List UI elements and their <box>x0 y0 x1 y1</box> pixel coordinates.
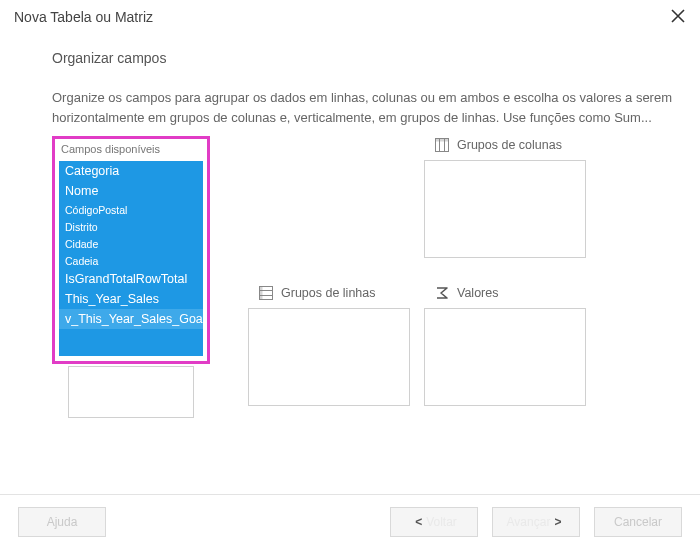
titlebar: Nova Tabela ou Matriz <box>0 0 700 30</box>
help-button-label: Ajuda <box>47 515 78 529</box>
next-button[interactable]: Avançar > <box>492 507 580 537</box>
nav-button-group: < Voltar Avançar > Cancelar <box>390 507 682 537</box>
chevron-right-icon: > <box>550 515 565 529</box>
values-text: Valores <box>457 286 498 300</box>
field-item[interactable]: IsGrandTotalRowTotal <box>59 269 203 289</box>
page-description: Organize os campos para agrupar os dados… <box>52 88 682 128</box>
field-item[interactable]: Cadeia <box>59 252 203 269</box>
values-dropzone[interactable] <box>424 308 586 406</box>
available-fields-panel: Campos disponíveis Categoria Nome Código… <box>52 136 210 364</box>
new-table-or-matrix-dialog: Nova Tabela ou Matriz Organizar campos O… <box>0 0 700 549</box>
field-item[interactable]: CódigoPostal <box>59 201 203 218</box>
sigma-icon <box>435 286 449 300</box>
values-label: Valores <box>435 286 498 300</box>
staging-box[interactable] <box>68 366 194 418</box>
field-item[interactable]: This_Year_Sales <box>59 289 203 309</box>
available-fields-label: Campos disponíveis <box>61 143 160 155</box>
dialog-body: Organizar campos Organize os campos para… <box>0 30 700 494</box>
field-item[interactable]: Nome <box>59 181 203 201</box>
help-button[interactable]: Ajuda <box>18 507 106 537</box>
available-fields-list[interactable]: Categoria Nome CódigoPostal Distrito Cid… <box>59 161 203 356</box>
column-groups-label: Grupos de colunas <box>435 138 562 152</box>
cancel-button[interactable]: Cancelar <box>594 507 682 537</box>
column-groups-dropzone[interactable] <box>424 160 586 258</box>
page-heading: Organizar campos <box>52 50 682 66</box>
field-item[interactable]: Categoria <box>59 161 203 181</box>
svg-rect-7 <box>260 287 263 300</box>
dialog-footer: Ajuda < Voltar Avançar > Cancelar <box>0 494 700 549</box>
close-icon[interactable] <box>670 8 688 26</box>
field-item[interactable]: Distrito <box>59 218 203 235</box>
row-groups-text: Grupos de linhas <box>281 286 376 300</box>
row-groups-label: Grupos de linhas <box>259 286 376 300</box>
column-groups-icon <box>435 138 449 152</box>
back-button[interactable]: < Voltar <box>390 507 478 537</box>
back-button-label: Voltar <box>426 515 457 529</box>
column-groups-text: Grupos de colunas <box>457 138 562 152</box>
dialog-title: Nova Tabela ou Matriz <box>14 9 153 25</box>
chevron-left-icon: < <box>411 515 426 529</box>
row-groups-dropzone[interactable] <box>248 308 410 406</box>
field-item[interactable]: Cidade <box>59 235 203 252</box>
svg-rect-3 <box>436 139 449 142</box>
next-button-label: Avançar <box>507 515 551 529</box>
row-groups-icon <box>259 286 273 300</box>
layout-area: Campos disponíveis Categoria Nome Código… <box>52 136 682 436</box>
field-item[interactable]: v_This_Year_Sales_Goal <box>59 309 203 329</box>
cancel-button-label: Cancelar <box>614 515 662 529</box>
